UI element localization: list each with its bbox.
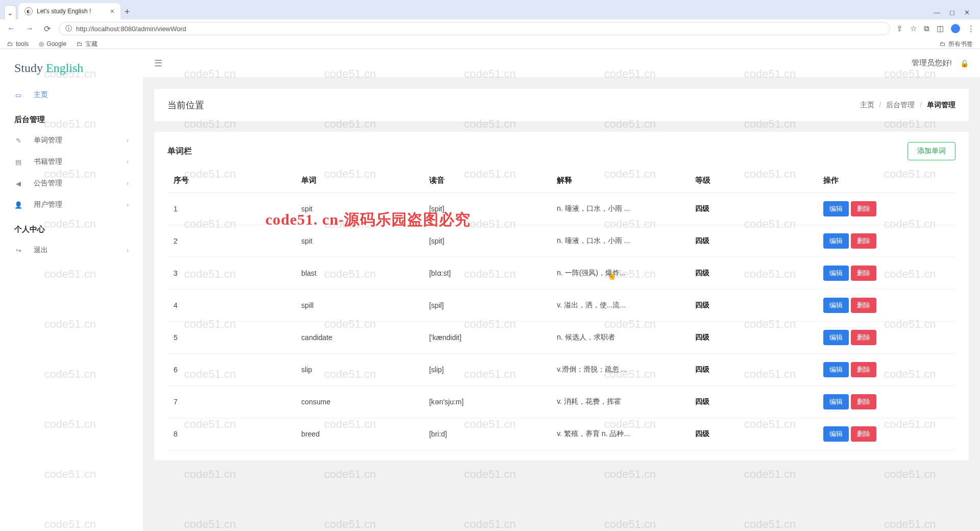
reload-icon[interactable]: ⟳ <box>42 23 53 35</box>
delete-button[interactable]: 删除 <box>851 330 876 345</box>
table-row: 6slip[slip]v.滑倒；滑脱；疏忽 ...四级编辑删除 <box>167 354 955 386</box>
delete-button[interactable]: 删除 <box>851 298 876 313</box>
site-info-icon[interactable]: ⓘ <box>65 24 72 33</box>
close-window-icon[interactable]: ✕ <box>964 9 970 16</box>
breadcrumb-home[interactable]: 主页 <box>860 101 874 109</box>
sidebar-item-announce[interactable]: ◀ 公告管理 › <box>0 173 143 194</box>
edit-button[interactable]: 编辑 <box>823 233 849 249</box>
cell-pron: [blɑ:st] <box>423 257 551 289</box>
tab-list-dropdown[interactable]: ⌄ <box>4 5 16 19</box>
cell-seq: 4 <box>167 289 295 322</box>
cell-pron: [slip] <box>423 354 551 386</box>
tab-title: Let's study English ! <box>37 8 106 15</box>
cell-word: slip <box>295 354 423 386</box>
edit-button[interactable]: 编辑 <box>823 266 849 281</box>
cell-pron: [spil] <box>423 289 551 322</box>
col-word: 单词 <box>295 168 423 193</box>
new-tab-button[interactable]: + <box>120 5 134 19</box>
table-row: 1spit[spit]n. 唾液，口水，小雨 ...四级编辑删除 <box>167 193 955 225</box>
maximize-icon[interactable]: ◻ <box>949 9 955 16</box>
sidebar-item-words[interactable]: ✎ 单词管理 › <box>0 130 143 151</box>
col-seq: 序号 <box>167 168 295 193</box>
sidebar-item-home[interactable]: ▭ 主页 <box>0 84 143 106</box>
url-text: http://localhost:8080/admin/viewWord <box>76 25 186 33</box>
cell-level: 四级 <box>689 322 817 354</box>
col-pron: 读音 <box>423 168 551 193</box>
delete-button[interactable]: 删除 <box>851 233 876 249</box>
delete-button[interactable]: 删除 <box>851 394 876 409</box>
word-table: 序号 单词 读音 解释 等级 操作 1spit[spit]n. 唾液，口水，小雨… <box>167 168 955 450</box>
menu-icon[interactable]: ⋮ <box>967 24 975 33</box>
cell-word: consume <box>295 386 423 418</box>
forward-icon[interactable]: → <box>23 23 36 34</box>
col-action: 操作 <box>817 168 955 193</box>
edit-button[interactable]: 编辑 <box>823 201 849 216</box>
folder-icon: 🗀 <box>77 40 83 47</box>
cell-action: 编辑删除 <box>817 225 955 257</box>
favicon-icon: ◐ <box>24 7 33 15</box>
cell-level: 四级 <box>689 257 817 289</box>
url-input[interactable]: ⓘ http://localhost:8080/admin/viewWord <box>59 22 890 35</box>
browser-tab[interactable]: ◐ Let's study English ! × <box>18 3 120 19</box>
share-icon[interactable]: ⇪ <box>896 24 903 33</box>
cell-seq: 1 <box>167 193 295 225</box>
bookmarks-bar: 🗀tools ◎Google 🗀宝藏 🗀所有书签 <box>0 38 980 50</box>
edit-icon: ✎ <box>14 137 22 144</box>
delete-button[interactable]: 删除 <box>851 426 876 442</box>
profile-icon[interactable] <box>951 24 960 33</box>
table-header-row: 序号 单词 读音 解释 等级 操作 <box>167 168 955 193</box>
cell-seq: 2 <box>167 225 295 257</box>
sidebar-item-users[interactable]: 👤 用户管理 › <box>0 194 143 215</box>
minimize-icon[interactable]: — <box>934 9 940 16</box>
back-icon[interactable]: ← <box>5 23 17 34</box>
cell-pron: [spit] <box>423 193 551 225</box>
side-panel-icon[interactable]: ◫ <box>937 24 944 33</box>
bookmark-tools[interactable]: 🗀tools <box>7 40 29 47</box>
all-bookmarks[interactable]: 🗀所有书签 <box>940 40 973 49</box>
cell-pron: [kən'sju:m] <box>423 386 551 418</box>
cell-seq: 3 <box>167 257 295 289</box>
edit-button[interactable]: 编辑 <box>823 330 849 345</box>
cell-meaning: n. 唾液，口水，小雨 ... <box>551 193 689 225</box>
cell-level: 四级 <box>689 289 817 322</box>
close-icon[interactable]: × <box>110 7 114 15</box>
cell-action: 编辑删除 <box>817 418 955 450</box>
bookmark-treasure[interactable]: 🗀宝藏 <box>77 40 97 49</box>
table-row: 3blast[blɑ:st]n. 一阵(强风)，爆炸...四级编辑删除 <box>167 257 955 289</box>
extensions-icon[interactable]: ⧉ <box>924 24 929 33</box>
add-word-button[interactable]: 添加单词 <box>908 142 955 160</box>
cell-pron: ['kændidit] <box>423 322 551 354</box>
cell-word: spill <box>295 289 423 322</box>
cell-meaning: n. 一阵(强风)，爆炸... <box>551 257 689 289</box>
sidebar-item-logout[interactable]: ↪ 退出 › <box>0 239 143 261</box>
cell-action: 编辑删除 <box>817 354 955 386</box>
delete-button[interactable]: 删除 <box>851 201 876 216</box>
delete-button[interactable]: 删除 <box>851 362 876 377</box>
edit-button[interactable]: 编辑 <box>823 298 849 313</box>
word-panel: 单词栏 添加单词 序号 单词 读音 解释 等级 操作 <box>154 132 969 461</box>
breadcrumb-panel: 当前位置 主页 / 后台管理 / 单词管理 <box>154 89 969 122</box>
edit-button[interactable]: 编辑 <box>823 362 849 377</box>
cell-pron: [bri:d] <box>423 418 551 450</box>
breadcrumb-current: 单词管理 <box>927 101 955 109</box>
hamburger-icon[interactable]: ☰ <box>154 58 162 69</box>
cell-level: 四级 <box>689 418 817 450</box>
cell-action: 编辑删除 <box>817 289 955 322</box>
bookmark-google[interactable]: ◎Google <box>39 40 66 47</box>
sidebar-item-label: 公告管理 <box>34 179 62 188</box>
edit-button[interactable]: 编辑 <box>823 394 849 409</box>
breadcrumb-admin[interactable]: 后台管理 <box>886 101 915 109</box>
lock-icon[interactable]: 🔒 <box>960 59 969 67</box>
cell-pron: [spit] <box>423 225 551 257</box>
edit-button[interactable]: 编辑 <box>823 426 849 442</box>
cell-level: 四级 <box>689 354 817 386</box>
star-icon[interactable]: ☆ <box>910 24 917 33</box>
content: 当前位置 主页 / 后台管理 / 单词管理 单词栏 添加单词 <box>143 78 980 482</box>
col-meaning: 解释 <box>551 168 689 193</box>
sidebar-item-books[interactable]: ▤ 书籍管理 › <box>0 151 143 173</box>
delete-button[interactable]: 删除 <box>851 266 876 281</box>
sidebar-section-personal: 个人中心 <box>0 215 143 239</box>
cell-meaning: v.滑倒；滑脱；疏忽 ... <box>551 354 689 386</box>
app-root: Study English ▭ 主页 后台管理 ✎ 单词管理 › ▤ 书籍管理 … <box>0 49 980 531</box>
cell-seq: 5 <box>167 322 295 354</box>
